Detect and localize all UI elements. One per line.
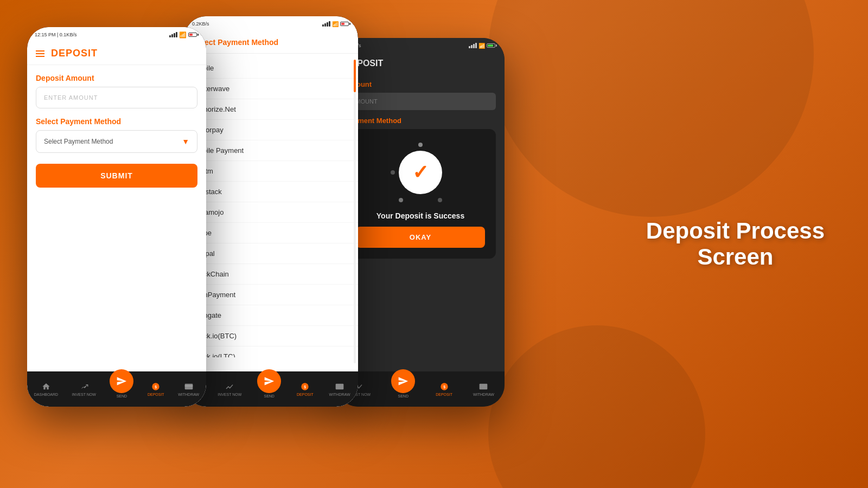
list-item[interactable]: Authorize.Net	[184, 99, 358, 120]
nav-dashboard-label: DASHBOARD	[34, 393, 58, 396]
phone-3-frame: 0.1KB/s 📶 DEPOSIT	[336, 38, 505, 407]
send-fab-icon[interactable]	[110, 369, 133, 393]
deposit3-icon: $	[439, 382, 449, 391]
nav2-invest[interactable]: INVEST NOW	[218, 382, 241, 396]
svg-text:$: $	[443, 385, 445, 389]
list-item[interactable]: Paystack	[184, 182, 358, 202]
phone-3-content: Amount AMOUNT Payment Method ✓	[336, 74, 505, 269]
nav2-deposit[interactable]: $ DEPOSIT	[297, 382, 314, 396]
phone-3-wifi-icon: 📶	[478, 43, 485, 49]
phone-1-content: Deposit Amount ENTER AMOUNT Select Payme…	[27, 65, 206, 196]
list-item[interactable]: Razorpay	[184, 120, 358, 140]
phone-1-screen: 12:15 PM | 0.1KB/s 📶	[27, 27, 206, 407]
nav-dashboard[interactable]: DASHBOARD	[34, 382, 58, 396]
nav2-send[interactable]: SEND	[257, 380, 281, 398]
send2-fab-icon[interactable]	[257, 369, 281, 393]
phone-2-signal	[322, 21, 330, 27]
submit-button[interactable]: SUBMIT	[36, 164, 197, 188]
chart-icon	[79, 382, 89, 391]
phone-3-amount-input[interactable]: AMOUNT	[345, 93, 496, 110]
phone-1-bottom-nav: DASHBOARD INVEST NOW SEND $	[27, 371, 206, 407]
amount-input-field[interactable]: ENTER AMOUNT	[36, 87, 197, 108]
phone-1-battery	[188, 33, 199, 37]
phone-1-app-header: DEPOSIT	[27, 42, 206, 65]
list-item[interactable]: Flutterwave	[184, 79, 358, 99]
list-item[interactable]: Mobile	[184, 58, 358, 79]
phone-1-status-icons: 📶	[169, 31, 199, 38]
nav3-deposit[interactable]: $ DEPOSIT	[436, 382, 452, 396]
success-circle: ✓	[399, 151, 442, 194]
list-item[interactable]: Stripe	[184, 223, 358, 243]
dot-1	[418, 143, 423, 147]
dropdown-list: Mobile Flutterwave Authorize.Net Razorpa…	[184, 54, 358, 357]
phone-2-status-icons: 📶	[322, 21, 350, 27]
phones-container: 12:15 PM | 0.1KB/s 📶	[27, 16, 505, 407]
nav-withdraw[interactable]: WITHDRAW	[178, 382, 199, 396]
phone-1-time: 12:15 PM | 0.1KB/s	[35, 32, 76, 37]
nav3-send-label: SEND	[398, 394, 408, 398]
success-animation: ✓	[388, 140, 453, 205]
nav-withdraw-label: WITHDRAW	[178, 393, 199, 396]
success-message: Your Deposit is Success	[376, 211, 464, 220]
page-title-line1: Deposit Process	[646, 218, 825, 244]
phone-3-bottom-nav: INVEST NOW SEND $ DEPOSIT	[336, 371, 505, 407]
list-item[interactable]: Mobile Payment	[184, 140, 358, 161]
phone-3-status-bar: 0.1KB/s 📶	[336, 38, 505, 53]
bg-decoration-1	[488, 0, 814, 217]
nav2-withdraw[interactable]: WITHDRAW	[329, 382, 350, 396]
list-item[interactable]: Block.io(LTC)	[184, 346, 358, 357]
nav3-withdraw[interactable]: WITHDRAW	[473, 382, 494, 396]
dot-2	[438, 198, 442, 202]
payment-method-label: Select Payment Method	[36, 117, 197, 126]
phone-2-time: 0.2KB/s	[192, 21, 209, 27]
deposit-amount-label: Deposit Amount	[36, 74, 197, 82]
list-item[interactable]: Coingate	[184, 305, 358, 326]
bg-decoration-2	[488, 325, 705, 488]
phone-3-payment-label: Payment Method	[345, 117, 496, 125]
phone-2-screen: 0.2KB/s 📶 Select Payment Met	[184, 16, 358, 407]
list-item[interactable]: Paytm	[184, 161, 358, 182]
phone-3-screen: 0.1KB/s 📶 DEPOSIT	[336, 38, 505, 407]
nav-deposit[interactable]: $ DEPOSIT	[148, 382, 164, 396]
phone-3-amount-label: Amount	[345, 80, 496, 88]
list-item[interactable]: Instamojo	[184, 202, 358, 223]
list-item[interactable]: BlockChain	[184, 264, 358, 285]
svg-rect-2	[184, 384, 193, 390]
nav-invest-label: INVEST NOW	[72, 393, 96, 396]
home-icon	[41, 382, 51, 391]
okay-button[interactable]: OKAY	[356, 227, 485, 248]
nav2-send-label: SEND	[264, 394, 274, 398]
phone-2-frame: 0.2KB/s 📶 Select Payment Met	[184, 16, 358, 407]
phone-3-battery	[487, 43, 497, 48]
phone-1-signal	[169, 32, 177, 37]
nav-send-label: SEND	[117, 394, 127, 398]
nav2-deposit-label: DEPOSIT	[297, 393, 314, 396]
payment-method-dropdown[interactable]: Select Payment Method ▼	[36, 130, 197, 153]
svg-text:$: $	[155, 385, 157, 389]
nav-send[interactable]: SEND	[110, 380, 133, 398]
chevron-down-icon: ▼	[182, 137, 189, 146]
nav-deposit-label: DEPOSIT	[148, 393, 164, 396]
deposit-icon: $	[151, 382, 161, 391]
checkmark-icon: ✓	[412, 161, 429, 184]
svg-rect-9	[480, 384, 488, 390]
nav-invest[interactable]: INVEST NOW	[72, 382, 96, 396]
nav3-send[interactable]: SEND	[391, 380, 415, 398]
dot-4	[399, 198, 403, 202]
phone-1-status-bar: 12:15 PM | 0.1KB/s 📶	[27, 27, 206, 42]
phone-2-bottom-nav: AD INVEST NOW SEND $	[184, 371, 358, 407]
phone-3-app-header: DEPOSIT	[336, 53, 505, 74]
list-item[interactable]: Block.io(BTC)	[184, 326, 358, 346]
chart2-icon	[225, 382, 234, 391]
dropdown-scrollbar[interactable]	[354, 60, 356, 363]
withdraw3-icon	[478, 382, 488, 391]
list-item[interactable]: CoinPayment	[184, 285, 358, 305]
withdraw2-icon	[335, 382, 344, 391]
title-area: Deposit Process Screen	[646, 218, 825, 271]
dot-3	[391, 170, 395, 175]
phone-3-status-icons: 📶	[469, 43, 497, 49]
dropdown-header: Select Payment Method	[184, 31, 358, 54]
list-item[interactable]: Paypal	[184, 243, 358, 264]
send3-fab-icon[interactable]	[391, 369, 415, 393]
hamburger-icon[interactable]	[36, 50, 44, 57]
